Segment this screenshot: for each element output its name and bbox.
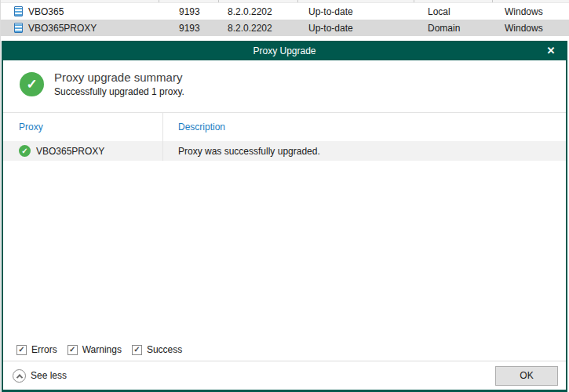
proxy-upgrade-dialog: Proxy Upgrade ✕ ✓ Proxy upgrade summary … bbox=[2, 41, 567, 392]
filter-warnings[interactable]: ✓ Warnings bbox=[67, 344, 122, 355]
dialog-body: ✓ Proxy upgrade summary Successfully upg… bbox=[3, 60, 566, 390]
dialog-title: Proxy Upgrade bbox=[3, 45, 566, 56]
proxy-location: Domain bbox=[414, 20, 492, 36]
log-row[interactable]: ✓ VBO365PROXY Proxy was successfully upg… bbox=[3, 141, 566, 161]
column-divider bbox=[159, 0, 159, 2]
proxy-location: Local bbox=[414, 3, 492, 20]
summary-section: ✓ Proxy upgrade summary Successfully upg… bbox=[3, 60, 566, 112]
log-proxy-name: VBO365PROXY bbox=[36, 146, 104, 157]
success-icon: ✓ bbox=[20, 72, 44, 96]
ok-button[interactable]: OK bbox=[495, 366, 558, 386]
see-less-label: See less bbox=[31, 370, 67, 381]
dialog-footer: See less OK bbox=[3, 361, 566, 390]
window-edge bbox=[0, 0, 1, 392]
column-divider bbox=[218, 0, 219, 2]
column-header-proxy[interactable]: Proxy bbox=[3, 113, 163, 141]
log-empty-area bbox=[3, 161, 566, 339]
summary-subtext: Successfully upgraded 1 proxy. bbox=[54, 86, 184, 97]
table-row[interactable]: VBO365 9193 8.2.0.2202 Up-to-date Local … bbox=[0, 3, 569, 20]
chevron-up-icon[interactable] bbox=[13, 369, 26, 383]
check-glyph: ✓ bbox=[26, 76, 37, 93]
proxy-port: 9193 bbox=[159, 3, 218, 20]
proxy-os: Windows bbox=[492, 3, 569, 20]
filter-success[interactable]: ✓ Success bbox=[132, 344, 182, 355]
check-glyph: ✓ bbox=[21, 147, 27, 155]
proxy-version: 8.2.0.2202 bbox=[218, 3, 297, 20]
column-header-description[interactable]: Description bbox=[163, 113, 566, 141]
close-icon[interactable]: ✕ bbox=[541, 41, 561, 60]
proxy-server-icon bbox=[14, 6, 23, 16]
filter-errors[interactable]: ✓ Errors bbox=[16, 344, 57, 355]
proxy-status: Up-to-date bbox=[297, 3, 414, 20]
success-icon: ✓ bbox=[19, 145, 31, 157]
checkbox-checked-icon[interactable]: ✓ bbox=[132, 345, 142, 355]
proxy-version: 8.2.0.2202 bbox=[218, 20, 297, 36]
log-grid-header: Proxy Description bbox=[3, 112, 566, 141]
table-row-selected[interactable]: VBO365PROXY 9193 8.2.0.2202 Up-to-date D… bbox=[0, 20, 569, 36]
proxies-table: VBO365 9193 8.2.0.2202 Up-to-date Local … bbox=[0, 0, 569, 36]
proxy-os: Windows bbox=[492, 20, 569, 36]
column-divider bbox=[297, 0, 298, 2]
proxy-name: VBO365PROXY bbox=[28, 23, 97, 34]
proxy-server-icon bbox=[14, 23, 23, 33]
filter-label: Success bbox=[147, 344, 182, 355]
filter-label: Errors bbox=[31, 344, 57, 355]
filter-bar: ✓ Errors ✓ Warnings ✓ Success bbox=[3, 339, 566, 361]
log-description: Proxy was successfully upgraded. bbox=[163, 141, 566, 161]
table-header-remnant bbox=[0, 0, 569, 3]
column-divider bbox=[414, 0, 414, 2]
summary-heading: Proxy upgrade summary bbox=[54, 71, 184, 84]
checkbox-checked-icon[interactable]: ✓ bbox=[16, 345, 27, 355]
dialog-titlebar[interactable]: Proxy Upgrade ✕ bbox=[3, 41, 566, 60]
proxy-name: VBO365 bbox=[28, 6, 64, 17]
checkbox-checked-icon[interactable]: ✓ bbox=[67, 345, 78, 355]
column-divider bbox=[492, 0, 493, 2]
proxy-status: Up-to-date bbox=[297, 20, 414, 36]
proxy-port: 9193 bbox=[159, 20, 218, 36]
filter-label: Warnings bbox=[82, 344, 122, 355]
see-less-toggle[interactable]: See less bbox=[13, 369, 67, 383]
